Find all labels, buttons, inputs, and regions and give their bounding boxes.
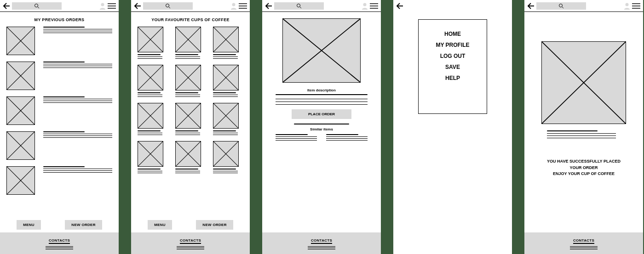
image-placeholder xyxy=(175,65,201,90)
image-placeholder xyxy=(213,27,239,52)
footer: CONTACTS xyxy=(0,232,119,254)
svg-point-46 xyxy=(297,4,300,7)
svg-point-0 xyxy=(35,4,38,7)
item-description-heading: Item description xyxy=(269,88,374,92)
order-row[interactable] xyxy=(6,27,112,55)
screen-previous-orders: MY PREVIOUS ORDERS MENU xyxy=(0,0,119,254)
image-placeholder xyxy=(175,141,201,167)
menu-button[interactable]: MENU xyxy=(17,220,41,230)
svg-line-1 xyxy=(38,7,39,8)
image-placeholder xyxy=(213,141,239,167)
image-placeholder xyxy=(6,166,35,195)
back-icon[interactable] xyxy=(134,3,141,9)
hamburger-icon[interactable] xyxy=(632,3,640,9)
image-placeholder xyxy=(6,62,35,90)
confirmation-image xyxy=(541,41,626,124)
image-placeholder xyxy=(138,27,163,52)
image-placeholder xyxy=(138,65,163,90)
svg-point-56 xyxy=(626,3,629,6)
footer-contacts[interactable]: CONTACTS xyxy=(49,238,70,244)
avatar-icon[interactable] xyxy=(99,2,106,10)
search-input[interactable] xyxy=(274,2,324,10)
footer: CONTACTS xyxy=(524,232,643,254)
avatar-icon[interactable] xyxy=(230,2,237,10)
grid-item[interactable] xyxy=(175,141,206,175)
image-placeholder xyxy=(138,141,163,167)
similar-item[interactable] xyxy=(326,134,368,142)
menu-item-home[interactable]: HOME xyxy=(419,31,487,37)
svg-point-18 xyxy=(232,3,236,6)
order-row[interactable] xyxy=(6,96,112,125)
back-icon[interactable] xyxy=(265,3,272,9)
image-placeholder xyxy=(213,65,239,90)
svg-line-47 xyxy=(300,7,301,8)
hamburger-icon[interactable] xyxy=(108,3,116,9)
topbar xyxy=(524,0,643,12)
grid-item[interactable] xyxy=(213,141,243,175)
back-icon[interactable] xyxy=(3,3,10,9)
screen-menu: HOME MY PROFILE LOG OUT SAVE HELP xyxy=(393,0,512,254)
menu-item-help[interactable]: HELP xyxy=(419,75,487,81)
image-placeholder xyxy=(138,103,163,129)
screen-confirmation: YOU HAVE SUCCESSFULLY PLACED YOUR ORDER … xyxy=(524,0,643,254)
grid-item[interactable] xyxy=(213,103,243,136)
screen-favourites: YOUR FAVOURITE CUPS OF COFFEE MENU NEW O… xyxy=(131,0,250,254)
search-input[interactable] xyxy=(536,2,586,10)
grid-item[interactable] xyxy=(138,103,168,136)
svg-point-2 xyxy=(101,3,104,6)
image-placeholder xyxy=(213,103,239,129)
order-row[interactable] xyxy=(6,62,112,90)
svg-point-16 xyxy=(166,4,169,7)
svg-line-55 xyxy=(562,7,564,8)
footer-contacts[interactable]: CONTACTS xyxy=(573,238,594,244)
hamburger-icon[interactable] xyxy=(239,3,247,9)
grid-item[interactable] xyxy=(138,27,168,60)
grid-item[interactable] xyxy=(175,103,206,136)
menu-button[interactable]: MENU xyxy=(148,220,172,230)
similar-items-heading: Similar items xyxy=(269,127,374,131)
image-placeholder xyxy=(175,27,201,52)
avatar-icon[interactable] xyxy=(362,2,368,10)
topbar xyxy=(0,0,119,12)
place-order-button[interactable]: PLACE ORDER xyxy=(292,109,351,119)
svg-point-48 xyxy=(363,3,367,6)
new-order-button[interactable]: NEW ORDER xyxy=(65,220,102,230)
similar-item[interactable] xyxy=(276,134,317,142)
menu-panel: HOME MY PROFILE LOG OUT SAVE HELP xyxy=(418,19,487,114)
image-placeholder xyxy=(6,27,35,55)
topbar xyxy=(262,0,381,12)
grid-item[interactable] xyxy=(213,27,243,60)
page-title: MY PREVIOUS ORDERS xyxy=(6,17,112,22)
grid-item[interactable] xyxy=(138,65,168,98)
svg-point-54 xyxy=(559,4,563,7)
hamburger-icon[interactable] xyxy=(370,3,378,9)
search-input[interactable] xyxy=(143,2,193,10)
back-icon[interactable] xyxy=(527,3,535,9)
menu-item-profile[interactable]: MY PROFILE xyxy=(419,42,487,48)
topbar xyxy=(131,0,250,12)
confirmation-message: YOU HAVE SUCCESSFULLY PLACED YOUR ORDER … xyxy=(531,158,637,177)
new-order-button[interactable]: NEW ORDER xyxy=(196,220,233,230)
grid-item[interactable] xyxy=(175,27,206,60)
grid-item[interactable] xyxy=(138,141,168,175)
page-title: YOUR FAVOURITE CUPS OF COFFEE xyxy=(138,17,243,22)
image-placeholder xyxy=(6,131,35,160)
order-row[interactable] xyxy=(6,131,112,160)
image-placeholder xyxy=(175,103,201,129)
order-row[interactable] xyxy=(6,166,112,195)
footer: CONTACTS xyxy=(131,232,250,254)
menu-item-save[interactable]: SAVE xyxy=(419,64,487,70)
avatar-icon[interactable] xyxy=(624,2,630,10)
menu-item-logout[interactable]: LOG OUT xyxy=(419,53,487,59)
footer-contacts[interactable]: CONTACTS xyxy=(311,238,332,244)
search-input[interactable] xyxy=(12,2,62,10)
svg-line-17 xyxy=(169,7,170,8)
topbar xyxy=(393,0,512,12)
footer: CONTACTS xyxy=(262,232,381,254)
grid-item[interactable] xyxy=(175,65,206,98)
item-image xyxy=(282,18,361,83)
screen-item-detail: Item description PLACE ORDER Similar ite… xyxy=(262,0,381,254)
back-icon[interactable] xyxy=(396,3,403,9)
footer-contacts[interactable]: CONTACTS xyxy=(180,238,201,244)
grid-item[interactable] xyxy=(213,65,243,98)
